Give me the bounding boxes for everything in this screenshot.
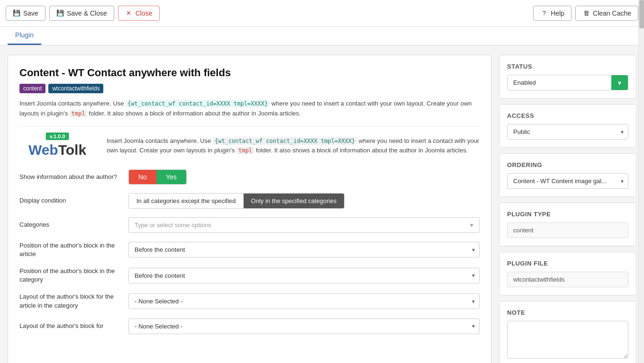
- badge-row: content wtcontactwithfields: [19, 84, 480, 93]
- toggle-no-button[interactable]: No: [129, 170, 156, 184]
- plugin-logo: WebTolk: [28, 142, 86, 158]
- position-category-select[interactable]: Before the content: [128, 268, 480, 283]
- cache-icon: 🗑: [582, 9, 590, 17]
- position-category-control: Before the content ▾: [128, 268, 480, 283]
- badge-content: content: [19, 84, 45, 93]
- position-article-row: Position of the author's block in the ar…: [19, 241, 480, 258]
- plugin-logo-area: v.1.0.0 WebTolk: [19, 136, 95, 158]
- access-select-wrapper: Public ▾: [507, 124, 628, 140]
- main-layout: Content - WT Contact anywhere with field…: [0, 45, 644, 363]
- layout-article-select-wrapper: - None Selected - ▾: [128, 319, 480, 334]
- categories-input[interactable]: Type or select some options ▾: [128, 217, 480, 233]
- logo-web: Web: [28, 142, 58, 158]
- position-category-select-wrapper: Before the content ▾: [128, 268, 480, 283]
- ordering-section-title: Ordering: [507, 161, 628, 168]
- page-title: Content - WT Contact anywhere with field…: [19, 67, 480, 79]
- save-close-label: Save & Close: [67, 9, 107, 17]
- tab-plugin[interactable]: Plugin: [8, 27, 41, 45]
- access-panel: Access Public ▾: [499, 104, 636, 148]
- plugin-type-field: content: [507, 222, 628, 238]
- categories-placeholder: Type or select some options: [135, 221, 211, 229]
- plugin-type-section-title: Plugin Type: [507, 211, 628, 218]
- note-textarea[interactable]: [507, 321, 628, 359]
- save-label: Save: [23, 9, 38, 17]
- content-area: Content - WT Contact anywhere with field…: [8, 55, 491, 363]
- show-author-label: Show information about the author?: [19, 173, 128, 181]
- layout-article-category-select-wrapper: - None Selected - ▾: [128, 293, 480, 309]
- categories-arrow-icon: ▾: [470, 221, 473, 229]
- position-article-select-wrapper: Before the content ▾: [128, 242, 480, 257]
- plugin-file-panel: Plugin File wtcontactwithfields: [499, 252, 636, 295]
- note-panel: Note: [499, 301, 636, 363]
- help-icon: ?: [540, 9, 548, 17]
- help-button[interactable]: ? Help: [533, 6, 571, 21]
- layout-article-control: - None Selected - ▾: [128, 319, 480, 334]
- ordering-panel: Ordering Content - WT Content image gal.…: [499, 153, 636, 197]
- status-section-title: Status: [507, 63, 628, 70]
- close-icon: ✕: [125, 9, 133, 17]
- display-condition-row: Display condition In all categories exce…: [19, 193, 480, 209]
- status-select-wrapper: Enabled ▾: [507, 75, 628, 90]
- version-badge: v.1.0.0: [46, 133, 69, 140]
- clean-cache-button[interactable]: 🗑 Clean Cache: [575, 6, 638, 21]
- close-button[interactable]: ✕ Close: [118, 6, 160, 21]
- help-label: Help: [551, 9, 564, 17]
- scrollbar-track[interactable]: [638, 0, 644, 363]
- layout-article-category-select[interactable]: - None Selected -: [128, 293, 480, 309]
- display-condition-control: In all categories except the specified O…: [128, 193, 480, 209]
- show-author-row: Show information about the author? No Ye…: [19, 169, 480, 185]
- categories-control: Type or select some options ▾: [128, 217, 480, 233]
- position-category-row: Position of the author's block in the ca…: [19, 267, 480, 284]
- save-button[interactable]: 💾 Save: [6, 6, 45, 21]
- seg-except-button[interactable]: In all categories except the specified: [129, 194, 244, 208]
- toolbar-left: 💾 Save 💾 Save & Close ✕ Close: [6, 6, 160, 21]
- layout-article-category-label: Layout of the author's block for the art…: [19, 292, 128, 310]
- layout-article-label: Layout of the author's block for: [19, 322, 128, 330]
- layout-article-category-control: - None Selected - ▾: [128, 293, 480, 309]
- tab-bar: Plugin: [0, 27, 644, 45]
- show-author-control: No Yes: [128, 169, 480, 185]
- ordering-select[interactable]: Content - WT Content image gal...: [507, 173, 628, 189]
- close-label: Close: [136, 9, 153, 17]
- categories-row: Categories Type or select some options ▾: [19, 217, 480, 233]
- status-panel: Status Enabled ▾: [499, 55, 636, 98]
- position-article-select[interactable]: Before the content: [128, 242, 480, 257]
- save-close-icon: 💾: [56, 9, 64, 17]
- position-article-control: Before the content ▾: [128, 242, 480, 257]
- save-close-button[interactable]: 💾 Save & Close: [49, 6, 114, 21]
- status-select[interactable]: Enabled: [508, 75, 611, 90]
- cache-label: Clean Cache: [593, 9, 631, 17]
- segmented-group: In all categories except the specified O…: [128, 193, 345, 209]
- access-select[interactable]: Public: [507, 124, 628, 140]
- position-article-label: Position of the author's block in the ar…: [19, 241, 128, 258]
- sidebar: Status Enabled ▾ Access Public ▾ Ord: [499, 55, 636, 363]
- toolbar-right: ? Help 🗑 Clean Cache: [533, 6, 638, 21]
- page-description: Insert Joomla contacts anywhere. Use {wt…: [19, 99, 480, 119]
- plugin-type-panel: Plugin Type content: [499, 203, 636, 246]
- position-category-label: Position of the author's block in the ca…: [19, 267, 128, 284]
- layout-article-select[interactable]: - None Selected -: [128, 319, 480, 334]
- seg-only-button[interactable]: Only in the specified categories: [244, 194, 345, 208]
- save-icon: 💾: [13, 9, 20, 17]
- badge-plugin: wtcontactwithfields: [48, 84, 103, 93]
- toggle-yes-button[interactable]: Yes: [156, 170, 186, 184]
- plugin-info-box: v.1.0.0 WebTolk Insert Joomla contacts a…: [19, 136, 480, 158]
- layout-article-category-row: Layout of the author's block for the art…: [19, 292, 480, 310]
- plugin-file-section-title: Plugin File: [507, 260, 628, 267]
- status-dropdown-button[interactable]: ▾: [611, 75, 628, 90]
- toolbar: 💾 Save 💾 Save & Close ✕ Close ? Help 🗑 C…: [0, 0, 644, 27]
- note-section-title: Note: [507, 309, 628, 316]
- status-chevron-icon: ▾: [618, 79, 621, 87]
- scrollbar-thumb[interactable]: [639, 0, 644, 28]
- plugin-file-field: wtcontactwithfields: [507, 272, 628, 287]
- logo-tolk: Tolk: [58, 142, 86, 158]
- categories-label: Categories: [19, 221, 128, 229]
- ordering-select-wrapper: Content - WT Content image gal... ▾: [507, 173, 628, 189]
- access-section-title: Access: [507, 112, 628, 119]
- divider: [19, 126, 480, 127]
- toggle-group: No Yes: [128, 169, 187, 185]
- plugin-description: Insert Joomla contacts anywhere. Use {wt…: [107, 136, 480, 156]
- layout-article-row: Layout of the author's block for - None …: [19, 319, 480, 334]
- display-condition-label: Display condition: [19, 196, 128, 205]
